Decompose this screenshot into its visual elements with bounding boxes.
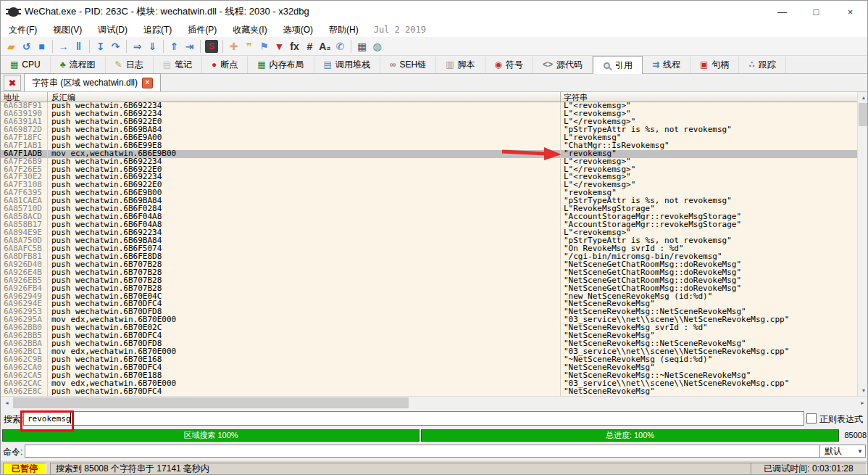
- regex-checkbox[interactable]: [806, 413, 817, 424]
- table-row[interactable]: 6A894E9Epush wechatwin.6B692234L"<revoke…: [1, 229, 857, 237]
- tab-handles[interactable]: ▣句柄: [690, 56, 739, 73]
- command-input[interactable]: [25, 445, 821, 458]
- table-row[interactable]: 6A7F26B9push wechatwin.6B692234L"<revoke…: [1, 158, 857, 166]
- menu-item[interactable]: 视图(V): [45, 22, 90, 37]
- tab-trace[interactable]: ∴跟踪: [739, 56, 785, 73]
- close-icon[interactable]: ×: [142, 78, 153, 88]
- table-row[interactable]: 6A7F3108push wechatwin.6B6922E0L"</revok…: [1, 181, 857, 189]
- open-file-icon[interactable]: ▰: [4, 39, 19, 54]
- menu-item[interactable]: 收藏夹(I): [225, 22, 275, 37]
- execute-till-return-icon[interactable]: ⇓: [145, 39, 160, 54]
- table-row[interactable]: 6A639190push wechatwin.6B692234L"<revoke…: [1, 110, 857, 118]
- table-row[interactable]: 6A7F18FCpush wechatwin.6B6E9A00L"revokem…: [1, 134, 857, 142]
- tab-source[interactable]: <>源代码: [533, 56, 593, 73]
- table-row[interactable]: 6A962C9Bpush wechatwin.6B70E168"~NetScen…: [1, 356, 857, 364]
- close-all-references-button[interactable]: ✖: [4, 75, 21, 91]
- tab-notes[interactable]: ▤笔记: [154, 56, 202, 73]
- table-row[interactable]: 6A8DFB81push wechatwin.6B6FE8D8"/cgi-bin…: [1, 253, 857, 261]
- label-icon[interactable]: ⚑: [256, 39, 272, 54]
- tab-seh[interactable]: ∞SEH链: [380, 56, 436, 73]
- vertical-scrollbar-thumb[interactable]: [859, 103, 868, 126]
- close-button[interactable]: ×: [833, 1, 867, 22]
- comment-icon[interactable]: ❞: [241, 39, 256, 54]
- tab-memory-map[interactable]: ▦内存布局: [248, 56, 314, 73]
- menu-item[interactable]: 帮助(H): [321, 22, 367, 37]
- vertical-scrollbar[interactable]: ▲ ▼: [857, 92, 868, 396]
- horizontal-scrollbar[interactable]: ◄ ►: [1, 396, 868, 408]
- column-header-string[interactable]: 字符串: [560, 92, 857, 102]
- strings-icon[interactable]: A₂: [317, 39, 333, 54]
- tab-cpu[interactable]: ▦CPU: [1, 56, 51, 73]
- table-row[interactable]: 6A96295Amov edx,wechatwin.6B70E000"03_se…: [1, 316, 857, 324]
- minimize-button[interactable]: —: [765, 1, 799, 22]
- tab-script[interactable]: ▥脚本: [436, 56, 485, 73]
- menu-item[interactable]: 插件(P): [180, 22, 225, 37]
- table-row[interactable]: 6A7F30E2push wechatwin.6B692234L"<revoke…: [1, 173, 857, 181]
- function-icon[interactable]: fx: [287, 39, 302, 54]
- column-header-disassembly[interactable]: 反汇编: [48, 92, 560, 102]
- table-row[interactable]: 6A962BB0push wechatwin.6B70E02C"NetScene…: [1, 324, 857, 332]
- run-to-icon[interactable]: ⇒: [130, 39, 145, 54]
- calculator-icon[interactable]: ▦: [354, 39, 370, 54]
- table-row[interactable]: 6A7F1ADBmov ecx,wechatwin.6B6E9B00"revok…: [1, 150, 857, 158]
- scroll-right-arrow-icon[interactable]: ►: [856, 397, 868, 408]
- table-row[interactable]: 6A926EB5push wechatwin.6B707B28"NetScene…: [1, 277, 857, 285]
- table-row[interactable]: 6A962CA5push wechatwin.6B70E188"NetScene…: [1, 372, 857, 380]
- table-row[interactable]: 6A962949push wechatwin.6B70E04C"new NetS…: [1, 293, 857, 301]
- scroll-down-arrow-icon[interactable]: ▼: [858, 385, 868, 396]
- table-row[interactable]: 6A962BB5push wechatwin.6B70DFC4"NetScene…: [1, 332, 857, 340]
- menu-item[interactable]: 调试(D): [90, 22, 135, 37]
- restart-icon[interactable]: ↺: [19, 39, 34, 54]
- step-over-icon[interactable]: ↷: [108, 39, 123, 54]
- search-input[interactable]: [23, 411, 804, 426]
- table-row[interactable]: 6A962CACmov edx,wechatwin.6B70E000"03_se…: [1, 380, 857, 388]
- tab-breakpoints[interactable]: ●断点: [202, 56, 248, 73]
- table-row[interactable]: 6A7F6395push wechatwin.6B6E9B00"revokems…: [1, 189, 857, 197]
- bookmark-icon[interactable]: ▼: [272, 39, 287, 54]
- report-icon[interactable]: ✆: [333, 39, 348, 54]
- table-row[interactable]: 6A962E8Cpush wechatwin.6B70DFC4"NetScene…: [1, 388, 857, 396]
- table-row[interactable]: 6A6391A1push wechatwin.6B6922E0L"</revok…: [1, 118, 857, 126]
- table-row[interactable]: 6A69872Dpush wechatwin.6B69BA84"pStrType…: [1, 126, 857, 134]
- menu-item[interactable]: 文件(F): [1, 22, 45, 37]
- table-row[interactable]: 6A858ACDpush wechatwin.6B6F04A8"AccountS…: [1, 213, 857, 221]
- table-row[interactable]: 6A962BBApush wechatwin.6B70DFD8"NetScene…: [1, 340, 857, 348]
- pause-icon[interactable]: ‖: [71, 39, 86, 54]
- horizontal-scrollbar-thumb[interactable]: [13, 397, 409, 408]
- step-out-icon[interactable]: ⇑: [167, 39, 182, 54]
- table-row[interactable]: 6A926E4Bpush wechatwin.6B707B28"NetScene…: [1, 269, 857, 277]
- globe-icon[interactable]: ◍: [370, 39, 385, 54]
- menu-item[interactable]: 追踪(T): [135, 22, 180, 37]
- scroll-up-arrow-icon[interactable]: ▲: [858, 92, 868, 103]
- tab-log[interactable]: ✎日志: [106, 56, 154, 73]
- hash-icon[interactable]: #: [302, 39, 317, 54]
- table-row[interactable]: 6A7F1AB1push wechatwin.6B6E99E8"ChatMgr:…: [1, 142, 857, 150]
- table-row[interactable]: 6A926D40push wechatwin.6B707B28"NetScene…: [1, 261, 857, 269]
- tab-symbols[interactable]: ◉符号: [485, 56, 533, 73]
- table-row[interactable]: 6A7F26E5push wechatwin.6B6922E0L"</revok…: [1, 166, 857, 174]
- stop-icon[interactable]: ■: [34, 39, 49, 54]
- patch-icon[interactable]: ✚: [226, 39, 241, 54]
- maximize-button[interactable]: □: [799, 1, 833, 22]
- table-row[interactable]: 6A962CA0push wechatwin.6B70DFC4"NetScene…: [1, 364, 857, 372]
- command-profile-dropdown[interactable]: 默认 ▼: [819, 445, 866, 458]
- scroll-left-arrow-icon[interactable]: ◄: [1, 397, 13, 408]
- tab-references[interactable]: 引用: [593, 56, 643, 75]
- step-into-icon[interactable]: ↧: [93, 39, 108, 54]
- run-to-user-code-icon[interactable]: ⇥: [182, 39, 197, 54]
- table-row[interactable]: 6A81CAEApush wechatwin.6B69BA84"pStrType…: [1, 197, 857, 205]
- table-row[interactable]: 6A638F91push wechatwin.6B692234L"<revoke…: [1, 102, 857, 110]
- table-row[interactable]: 6A858B17push wechatwin.6B6F04A8"AccountS…: [1, 221, 857, 229]
- table-row[interactable]: 6A96294Epush wechatwin.6B70DFC4"NetScene…: [1, 300, 857, 308]
- table-row[interactable]: 6A962953push wechatwin.6B70DFD8"NetScene…: [1, 308, 857, 316]
- table-row[interactable]: 6A926FB4push wechatwin.6B707B28"NetScene…: [1, 285, 857, 293]
- table-row[interactable]: 6A962BC1mov edx,wechatwin.6B70E000"03_se…: [1, 348, 857, 356]
- run-icon[interactable]: →: [56, 39, 71, 54]
- seh-chain-icon[interactable]: S: [205, 40, 218, 53]
- tab-strings-wechatwin[interactable]: 字符串 (区域 wechatwin.dll) ×: [24, 73, 161, 91]
- column-header-address[interactable]: 地址: [1, 92, 48, 102]
- table-row[interactable]: 6A85710Dpush wechatwin.6B6F0284L"RevokeM…: [1, 205, 857, 213]
- menu-item[interactable]: 选项(O): [275, 22, 321, 37]
- tab-call-stack[interactable]: ▤调用堆栈: [314, 56, 380, 73]
- tab-threads[interactable]: ⇉线程: [643, 56, 690, 73]
